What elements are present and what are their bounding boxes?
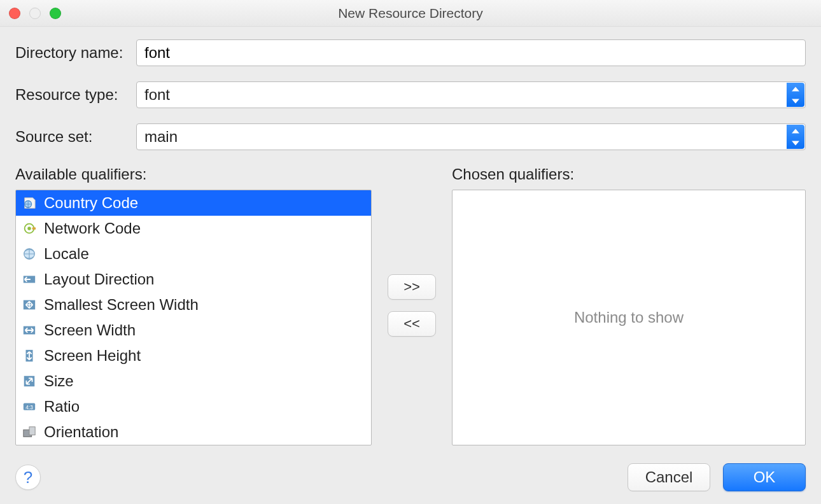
- zoom-window-button[interactable]: [50, 8, 61, 19]
- list-item-label: Ratio: [44, 398, 80, 416]
- available-qualifiers-label: Available qualifiers:: [15, 165, 372, 183]
- layout-direction-icon: [21, 271, 38, 288]
- list-item-label: Country Code: [44, 194, 138, 212]
- list-item-label: Locale: [44, 245, 89, 263]
- list-item[interactable]: Screen Height: [16, 343, 371, 368]
- list-item[interactable]: Country Code: [16, 190, 371, 216]
- minimize-window-button[interactable]: [29, 8, 41, 19]
- list-item-label: Screen Width: [44, 321, 136, 339]
- orientation-icon: [21, 424, 38, 440]
- flag-icon: [21, 195, 38, 211]
- chosen-qualifiers-label: Chosen qualifiers:: [452, 165, 806, 183]
- close-window-button[interactable]: [9, 8, 20, 19]
- list-item-label: Screen Height: [44, 347, 141, 365]
- resource-type-label: Resource type:: [15, 86, 136, 104]
- svg-point-2: [27, 227, 31, 230]
- chosen-qualifiers-list[interactable]: Nothing to show: [452, 190, 806, 445]
- list-item[interactable]: Smallest Screen Width: [16, 292, 371, 318]
- move-left-button[interactable]: <<: [388, 311, 436, 337]
- titlebar: New Resource Directory: [0, 0, 821, 27]
- list-item[interactable]: Layout Direction: [16, 267, 371, 292]
- list-item[interactable]: Size: [16, 368, 371, 394]
- ratio-icon: 4:3: [21, 398, 38, 415]
- window-title: New Resource Directory: [0, 6, 821, 21]
- source-set-dropdown[interactable]: main: [136, 123, 806, 150]
- resource-type-dropdown[interactable]: font: [136, 81, 806, 108]
- list-item-label: Network Code: [44, 220, 141, 237]
- screen-height-icon: [21, 347, 38, 364]
- list-item-label: Layout Direction: [44, 270, 154, 288]
- svg-rect-13: [29, 427, 35, 435]
- move-right-button[interactable]: >>: [388, 274, 436, 300]
- list-item[interactable]: Locale: [16, 241, 371, 267]
- window-controls: [9, 8, 61, 19]
- list-item[interactable]: Orientation: [16, 419, 371, 445]
- globe-icon: [21, 246, 38, 262]
- list-item[interactable]: Screen Width: [16, 318, 371, 343]
- available-qualifiers-list[interactable]: Country CodeNetwork CodeLocaleLayout Dir…: [15, 190, 372, 445]
- svg-text:4:3: 4:3: [25, 405, 33, 410]
- help-button[interactable]: ?: [15, 465, 41, 490]
- screen-width-icon: [21, 322, 38, 339]
- cancel-button[interactable]: Cancel: [628, 463, 710, 491]
- directory-name-input[interactable]: [136, 39, 806, 66]
- svg-rect-3: [32, 227, 36, 230]
- list-item-label: Smallest Screen Width: [44, 296, 199, 314]
- list-item[interactable]: Network Code: [16, 216, 371, 241]
- list-item-label: Size: [44, 372, 74, 390]
- size-icon: [21, 373, 38, 389]
- list-item[interactable]: 4:3Ratio: [16, 394, 371, 419]
- source-set-label: Source set:: [15, 128, 136, 146]
- network-icon: [21, 220, 38, 237]
- source-set-value: main: [144, 128, 797, 146]
- directory-name-label: Directory name:: [15, 44, 136, 62]
- dropdown-stepper-icon: [787, 83, 804, 107]
- dropdown-stepper-icon: [787, 125, 804, 149]
- list-item-label: Orientation: [44, 423, 118, 441]
- resource-type-value: font: [144, 86, 797, 104]
- smallest-width-icon: [21, 297, 38, 313]
- ok-button[interactable]: OK: [723, 463, 806, 491]
- empty-state-text: Nothing to show: [574, 309, 684, 326]
